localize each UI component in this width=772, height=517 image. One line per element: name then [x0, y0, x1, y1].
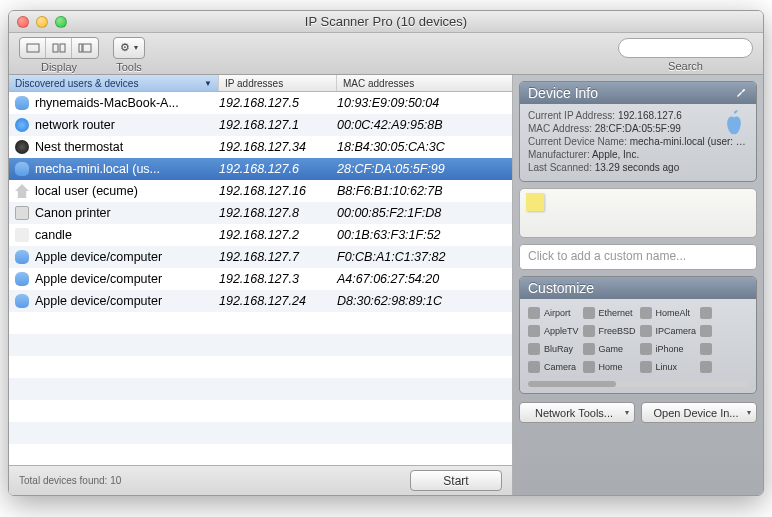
view-mode-2-icon[interactable] [46, 38, 72, 58]
device-mac: D8:30:62:98:89:1C [337, 294, 512, 308]
table-row-empty [9, 334, 512, 356]
customize-item[interactable]: BluRay [528, 341, 579, 357]
customize-item-icon [700, 343, 712, 355]
table-row[interactable]: mecha-mini.local (us...192.168.127.628:C… [9, 158, 512, 180]
device-name: candle [35, 228, 72, 242]
customize-icon-grid: AirportEthernetHomeAltAppleTVFreeBSDIPCa… [528, 305, 748, 375]
table-row[interactable]: Nest thermostat192.168.127.3418:B4:30:05… [9, 136, 512, 158]
zoom-button[interactable] [55, 16, 67, 28]
customize-item[interactable]: iPhone [640, 341, 697, 357]
notes-panel[interactable] [519, 188, 757, 238]
table-row[interactable]: Apple device/computer192.168.127.3A4:67:… [9, 268, 512, 290]
table-row-empty [9, 400, 512, 422]
device-name: rhynemaids-MacBook-A... [35, 96, 179, 110]
customize-panel: Customize AirportEthernetHomeAltAppleTVF… [519, 276, 757, 394]
customize-item[interactable]: Ethernet [583, 305, 636, 321]
content-area: Discovered users & devices▼ IP addresses… [9, 75, 763, 495]
display-label: Display [41, 61, 77, 73]
device-mac: 00:00:85:F2:1F:D8 [337, 206, 512, 220]
device-name: mecha-mini.local (us... [35, 162, 160, 176]
customize-item-label: Home [599, 362, 623, 372]
start-button[interactable]: Start [410, 470, 502, 491]
customize-item[interactable] [700, 323, 748, 339]
device-ip: 192.168.127.3 [219, 272, 337, 286]
device-ip: 192.168.127.16 [219, 184, 337, 198]
table-row[interactable]: network router192.168.127.100:0C:42:A9:9… [9, 114, 512, 136]
column-ip[interactable]: IP addresses [219, 75, 337, 91]
customize-item-icon [583, 307, 595, 319]
wrench-icon[interactable] [734, 86, 748, 100]
device-ip: 192.168.127.1 [219, 118, 337, 132]
close-button[interactable] [17, 16, 29, 28]
customize-item[interactable] [700, 341, 748, 357]
customize-item[interactable]: Home [583, 359, 636, 375]
customize-item-icon [528, 307, 540, 319]
device-icon [15, 250, 29, 264]
customize-item-icon [528, 361, 540, 373]
view-mode-1-icon[interactable] [20, 38, 46, 58]
footer-bar: Total devices found: 10 Start [9, 465, 512, 495]
device-icon [15, 294, 29, 308]
table-row[interactable]: rhynemaids-MacBook-A...192.168.127.510:9… [9, 92, 512, 114]
search-label: Search [668, 60, 703, 72]
table-row[interactable]: Apple device/computer192.168.127.7F0:CB:… [9, 246, 512, 268]
svg-rect-1 [53, 44, 58, 52]
sort-arrow-icon: ▼ [204, 79, 212, 88]
table-row[interactable]: Apple device/computer192.168.127.24D8:30… [9, 290, 512, 312]
table-row-empty [9, 356, 512, 378]
search-input[interactable] [618, 38, 753, 58]
device-name: Apple device/computer [35, 250, 162, 264]
device-list-pane: Discovered users & devices▼ IP addresses… [9, 75, 513, 495]
customize-item-label: Linux [656, 362, 678, 372]
customize-item-label: Ethernet [599, 308, 633, 318]
device-name: Apple device/computer [35, 294, 162, 308]
detail-pane: Device Info Current IP Address: 192.168.… [513, 75, 763, 495]
tools-button[interactable]: ⚙▾ [113, 37, 145, 59]
window-title: IP Scanner Pro (10 devices) [9, 14, 763, 29]
customize-item-icon [583, 361, 595, 373]
view-mode-3-icon[interactable] [72, 38, 98, 58]
titlebar: IP Scanner Pro (10 devices) [9, 11, 763, 33]
customize-item[interactable]: Linux [640, 359, 697, 375]
customize-item[interactable]: Camera [528, 359, 579, 375]
customize-item[interactable]: IPCamera [640, 323, 697, 339]
table-row[interactable]: candle192.168.127.200:1B:63:F3:1F:52 [9, 224, 512, 246]
table-row-empty [9, 312, 512, 334]
tools-label: Tools [116, 61, 142, 73]
customize-item[interactable]: FreeBSD [583, 323, 636, 339]
customize-item-label: iPhone [656, 344, 684, 354]
customize-item-icon [640, 361, 652, 373]
table-row[interactable]: Canon printer192.168.127.800:00:85:F2:1F… [9, 202, 512, 224]
customize-item[interactable]: Airport [528, 305, 579, 321]
total-devices-label: Total devices found: 10 [19, 475, 121, 486]
device-name: Canon printer [35, 206, 111, 220]
minimize-button[interactable] [36, 16, 48, 28]
device-icon [15, 118, 29, 132]
device-mac: 10:93:E9:09:50:04 [337, 96, 512, 110]
customize-scrollbar[interactable] [528, 381, 748, 387]
device-mac: 00:0C:42:A9:95:8B [337, 118, 512, 132]
customize-item-label: Airport [544, 308, 571, 318]
device-ip: 192.168.127.2 [219, 228, 337, 242]
network-tools-button[interactable]: Network Tools... [519, 402, 635, 423]
customize-item[interactable] [700, 305, 748, 321]
customize-title: Customize [528, 280, 594, 296]
customize-item-label: IPCamera [656, 326, 697, 336]
display-segmented[interactable] [19, 37, 99, 59]
customize-item-icon [700, 307, 712, 319]
column-mac[interactable]: MAC addresses [337, 75, 512, 91]
device-mac: 00:1B:63:F3:1F:52 [337, 228, 512, 242]
customize-item[interactable] [700, 359, 748, 375]
customize-item-icon [640, 307, 652, 319]
custom-name-input[interactable]: Click to add a custom name... [519, 244, 757, 270]
customize-item-label: AppleTV [544, 326, 579, 336]
customize-item[interactable]: HomeAlt [640, 305, 697, 321]
column-devices[interactable]: Discovered users & devices▼ [9, 75, 219, 91]
device-ip: 192.168.127.24 [219, 294, 337, 308]
open-device-in-button[interactable]: Open Device In... [641, 402, 757, 423]
table-row[interactable]: local user (ecume)192.168.127.16B8:F6:B1… [9, 180, 512, 202]
customize-item-label: FreeBSD [599, 326, 636, 336]
customize-item[interactable]: Game [583, 341, 636, 357]
svg-rect-3 [79, 44, 82, 52]
customize-item[interactable]: AppleTV [528, 323, 579, 339]
